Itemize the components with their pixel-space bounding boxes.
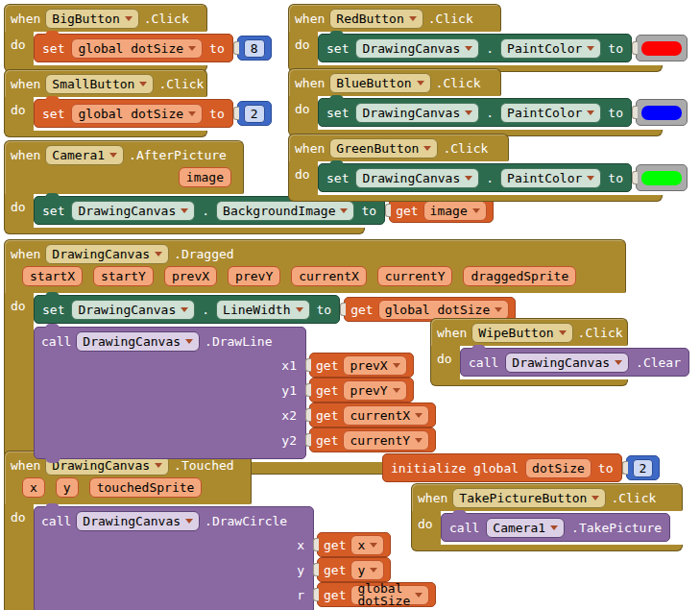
property-dropdown[interactable]: PaintColor	[500, 38, 601, 59]
block-foot	[4, 228, 365, 234]
property-dropdown[interactable]: BackgroundImage	[216, 201, 354, 221]
component-dropdown[interactable]: BlueButton	[329, 73, 430, 93]
component-dropdown[interactable]: DrawingCanvas	[45, 244, 169, 264]
get-block[interactable]: get y	[317, 557, 391, 582]
number-field[interactable]: 2	[244, 105, 265, 123]
set-variable-block[interactable]: set global dotSize to	[34, 34, 233, 62]
number-field[interactable]: 8	[244, 39, 265, 58]
when-keyword: when	[295, 12, 325, 25]
set-variable-block[interactable]: set global dotSize to	[34, 99, 233, 128]
variable-dropdown[interactable]: y	[350, 560, 384, 580]
event-block-smallbutton-click[interactable]: when SmallButton .Click do set global do…	[4, 69, 272, 137]
color-block[interactable]	[636, 35, 688, 61]
property-dropdown[interactable]: PaintColor	[500, 168, 601, 188]
color-swatch[interactable]	[641, 171, 682, 185]
variable-dropdown[interactable]: prevX	[343, 355, 406, 376]
component-dropdown[interactable]: GreenButton	[329, 138, 438, 159]
param-pill: prevY	[228, 266, 280, 286]
component-dropdown[interactable]: DrawingCanvas	[71, 300, 195, 320]
event-block-bluebutton-click[interactable]: when BlueButton .Click do set DrawingCan…	[288, 68, 688, 136]
get-block[interactable]: get prevX	[309, 353, 414, 378]
dropdown-arrow-icon	[472, 208, 480, 213]
get-block[interactable]: get global dotSize	[317, 582, 436, 607]
variable-dropdown[interactable]: prevY	[343, 380, 406, 401]
color-block[interactable]	[636, 99, 688, 126]
dot-separator: .	[486, 172, 494, 184]
init-global-block[interactable]: initialize global dotSize to 2	[382, 453, 660, 482]
event-block-wipebutton-click[interactable]: when WipeButton .Click do call DrawingCa…	[430, 318, 689, 386]
method-label: .DrawCircle	[205, 515, 287, 527]
do-keyword: do	[295, 37, 310, 52]
call-block-drawline[interactable]: call DrawingCanvas .DrawLine x1 get prev…	[34, 327, 306, 459]
call-block-clear[interactable]: call DrawingCanvas .Clear	[460, 348, 689, 377]
set-property-block[interactable]: set DrawingCanvas . LineWidth to	[34, 295, 340, 324]
do-spine: do	[288, 96, 318, 130]
param-pill: draggedSprite	[463, 266, 576, 286]
call-block-takepicture[interactable]: call Camera1 .TakePicture	[441, 513, 670, 542]
set-keyword: set	[326, 107, 349, 119]
component-dropdown[interactable]: TakePictureButton	[452, 488, 606, 508]
component-dropdown[interactable]: DrawingCanvas	[505, 353, 629, 373]
get-block[interactable]: get prevY	[309, 378, 414, 403]
color-swatch[interactable]	[641, 41, 682, 56]
dot-separator: .	[486, 107, 494, 119]
variable-dropdown[interactable]: global dotSize	[378, 300, 510, 320]
set-property-block[interactable]: set DrawingCanvas . PaintColor to	[318, 98, 632, 127]
block-foot	[411, 545, 683, 551]
dropdown-arrow-icon	[423, 146, 431, 151]
dropdown-arrow-icon	[125, 16, 133, 21]
get-block[interactable]: get currentX	[309, 403, 436, 427]
component-dropdown[interactable]: DrawingCanvas	[71, 201, 195, 221]
component-dropdown[interactable]: SmallButton	[45, 74, 154, 94]
component-dropdown[interactable]: DrawingCanvas	[76, 511, 200, 531]
color-block[interactable]	[636, 164, 688, 191]
do-spine: do	[430, 346, 460, 379]
get-block[interactable]: get x	[317, 532, 391, 557]
variable-dropdown[interactable]: x	[350, 535, 384, 555]
component-dropdown[interactable]: DrawingCanvas	[355, 38, 479, 59]
event-label: .Click	[578, 327, 623, 339]
variable-dropdown[interactable]: global dotSize	[71, 38, 203, 59]
number-block[interactable]: 2	[626, 455, 661, 480]
variable-dropdown[interactable]: currentX	[343, 405, 429, 426]
dropdown-arrow-icon	[139, 82, 147, 86]
component-dropdown[interactable]: BigButton	[45, 9, 138, 29]
event-block-canvas-touched[interactable]: when DrawingCanvas .Touched x y touchedS…	[4, 451, 314, 610]
component-dropdown[interactable]: DrawingCanvas	[355, 168, 479, 188]
number-block[interactable]: 8	[237, 36, 272, 61]
component-dropdown[interactable]: WipeButton	[471, 323, 572, 343]
when-keyword: when	[11, 459, 40, 472]
event-label: .Dragged	[174, 248, 234, 260]
event-block-greenbutton-click[interactable]: when GreenButton .Click do set DrawingCa…	[288, 134, 688, 202]
call-block-drawcircle[interactable]: call DrawingCanvas .DrawCircle x get x y	[34, 506, 314, 610]
event-label: .Click	[144, 12, 189, 25]
variable-dropdown[interactable]: global dotSize	[350, 585, 429, 605]
event-block-bigbutton-click[interactable]: when BigButton .Click do set global dotS…	[4, 4, 272, 72]
do-spine: do	[4, 97, 34, 131]
variable-name-field[interactable]: dotSize	[525, 458, 591, 478]
set-property-block[interactable]: set DrawingCanvas . PaintColor to	[318, 163, 632, 192]
number-field[interactable]: 2	[633, 459, 654, 477]
component-dropdown[interactable]: Camera1	[45, 145, 124, 165]
property-dropdown[interactable]: LineWidth	[216, 300, 309, 320]
variable-dropdown[interactable]: currentY	[343, 430, 429, 451]
number-block[interactable]: 2	[237, 101, 272, 126]
component-dropdown[interactable]: DrawingCanvas	[355, 103, 479, 123]
color-swatch[interactable]	[641, 106, 682, 120]
variable-dropdown[interactable]: global dotSize	[71, 104, 203, 124]
when-keyword: when	[11, 149, 40, 161]
event-label: .AfterPicture	[129, 149, 227, 161]
set-keyword: set	[42, 205, 64, 217]
set-property-block[interactable]: set DrawingCanvas . PaintColor to	[318, 34, 632, 62]
event-block-redbutton-click[interactable]: when RedButton .Click do set DrawingCanv…	[288, 4, 688, 72]
property-dropdown[interactable]: PaintColor	[500, 103, 601, 123]
component-dropdown[interactable]: DrawingCanvas	[76, 331, 200, 352]
component-dropdown[interactable]: RedButton	[329, 9, 422, 29]
variable-dropdown[interactable]: image	[423, 201, 487, 221]
event-block-takepicturebutton-click[interactable]: when TakePictureButton .Click do call Ca…	[411, 483, 683, 551]
set-keyword: set	[42, 108, 64, 120]
dropdown-arrow-icon	[465, 110, 472, 115]
component-dropdown[interactable]: Camera1	[486, 518, 565, 538]
get-block[interactable]: get currentY	[309, 427, 436, 452]
do-spine: do	[4, 32, 34, 65]
